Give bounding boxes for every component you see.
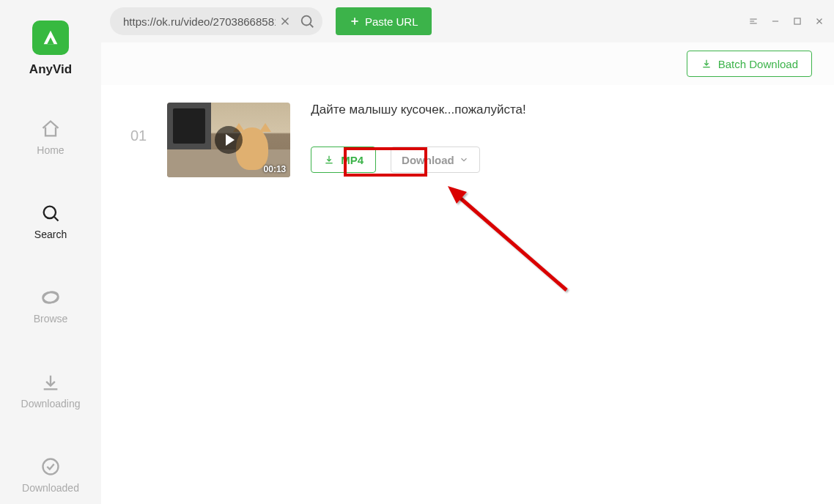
sidebar-item-label: Home: [37, 144, 64, 156]
window-controls: [748, 15, 825, 27]
topbar: Paste URL: [101, 0, 834, 42]
close-button[interactable]: [813, 15, 825, 27]
batch-download-button[interactable]: Batch Download: [687, 51, 812, 77]
mp4-label: MP4: [341, 154, 364, 166]
clear-icon: [278, 15, 292, 28]
plus-icon: [349, 15, 361, 27]
result-info: Дайте малышу кусочек...пожалуйста! MP4 D…: [311, 103, 805, 173]
search-box: [110, 7, 322, 35]
sidebar-item-label: Search: [34, 229, 67, 240]
sidebar-item-label: Downloaded: [22, 482, 79, 494]
svg-rect-15: [794, 18, 800, 24]
video-title: Дайте малышу кусочек...пожалуйста!: [311, 103, 805, 117]
svg-point-0: [44, 207, 56, 218]
browse-icon: [40, 286, 62, 308]
svg-point-4: [43, 459, 59, 474]
clear-input-button[interactable]: [276, 12, 295, 31]
search-button[interactable]: [298, 12, 317, 31]
download-icon: [701, 58, 712, 70]
svg-marker-21: [448, 186, 467, 204]
home-icon: [40, 118, 62, 140]
download-icon: [323, 154, 335, 166]
sidebar-item-label: Downloading: [21, 398, 81, 410]
svg-line-8: [310, 24, 313, 27]
toolbar: Batch Download: [101, 42, 834, 85]
result-actions: MP4 Download: [311, 147, 805, 173]
download-label: Download: [402, 154, 454, 166]
svg-point-3: [42, 290, 60, 305]
sidebar-item-label: Browse: [34, 313, 68, 325]
play-icon: [215, 126, 243, 154]
svg-line-20: [457, 195, 567, 290]
paste-url-label: Paste URL: [365, 15, 418, 28]
menu-icon: [748, 16, 759, 26]
batch-download-label: Batch Download: [718, 58, 798, 70]
download-arrow-icon: [40, 371, 62, 393]
download-dropdown-button[interactable]: Download: [391, 147, 480, 173]
check-circle-icon: [40, 456, 62, 478]
sidebar-item-downloaded[interactable]: Downloaded: [0, 445, 101, 504]
video-duration: 00:13: [264, 164, 287, 174]
app-name: AnyVid: [29, 62, 72, 77]
results-area: 01 00:13 Дайте малышу кусочек...пожалуйс…: [101, 85, 834, 504]
sidebar-item-browse[interactable]: Browse: [0, 276, 101, 335]
menu-button[interactable]: [748, 15, 759, 27]
app-root: AnyVid Home Search Browse Downloading Do…: [0, 0, 834, 504]
sidebar: AnyVid Home Search Browse Downloading Do…: [0, 0, 101, 504]
svg-line-1: [54, 217, 58, 220]
chevron-down-icon: [459, 155, 469, 165]
sidebar-item-downloading[interactable]: Downloading: [0, 361, 101, 420]
magnifier-icon: [299, 13, 315, 29]
svg-point-7: [302, 16, 311, 26]
app-logo: [32, 21, 69, 55]
paste-url-button[interactable]: Paste URL: [336, 7, 432, 35]
minimize-button[interactable]: [770, 15, 781, 27]
search-icon: [40, 202, 62, 224]
video-thumbnail[interactable]: 00:13: [167, 103, 290, 177]
result-index: 01: [130, 103, 147, 144]
sidebar-item-search[interactable]: Search: [0, 192, 101, 251]
mp4-button[interactable]: MP4: [311, 147, 376, 173]
close-icon: [814, 16, 824, 26]
minimize-icon: [770, 16, 781, 26]
maximize-icon: [792, 16, 802, 26]
maximize-button[interactable]: [791, 15, 803, 27]
anyvid-logo-icon: [40, 27, 61, 48]
sidebar-item-home[interactable]: Home: [0, 108, 101, 166]
main-panel: Paste URL Batch Download 01: [101, 0, 834, 504]
result-row: 01 00:13 Дайте малышу кусочек...пожалуйс…: [130, 103, 805, 177]
url-input[interactable]: [123, 15, 276, 28]
annotation-arrow: [442, 180, 574, 297]
